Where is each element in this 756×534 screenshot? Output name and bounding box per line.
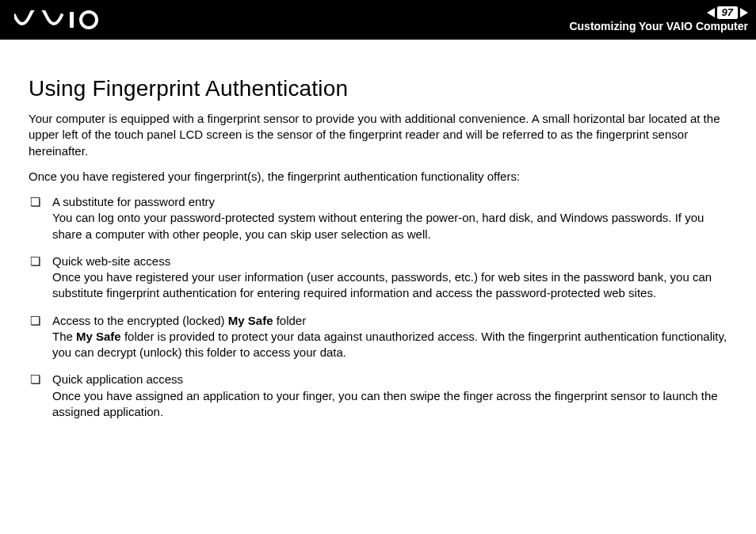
list-item: Quick web-site access Once you have regi… bbox=[29, 254, 727, 302]
item-body: Once you have assigned an application to… bbox=[52, 388, 727, 421]
breadcrumb: Customizing Your VAIO Computer bbox=[569, 20, 748, 32]
prev-page-arrow-icon[interactable] bbox=[707, 8, 715, 17]
item-body: Once you have registered your user infor… bbox=[52, 269, 727, 302]
list-item: Access to the encrypted (locked) My Safe… bbox=[29, 313, 727, 361]
header-right: 97 Customizing Your VAIO Computer bbox=[569, 6, 748, 32]
item-title: Quick application access bbox=[52, 372, 183, 386]
item-title: Access to the encrypted (locked) My Safe… bbox=[52, 314, 306, 327]
svg-point-1 bbox=[81, 12, 97, 28]
page-title: Using Fingerprint Authentication bbox=[29, 76, 727, 101]
item-body: You can log onto your password-protected… bbox=[52, 210, 727, 242]
page-content: Using Fingerprint Authentication Your co… bbox=[0, 40, 756, 447]
vaio-logo-icon bbox=[14, 10, 101, 29]
list-item: Quick application access Once you have a… bbox=[29, 372, 727, 420]
item-body: The My Safe folder is provided to protec… bbox=[52, 329, 727, 361]
next-page-arrow-icon[interactable] bbox=[740, 8, 748, 17]
page-nav: 97 bbox=[707, 6, 748, 19]
item-title: A substitute for password entry bbox=[52, 195, 215, 208]
intro-paragraph-2: Once you have registered your fingerprin… bbox=[29, 169, 727, 185]
list-item: A substitute for password entry You can … bbox=[29, 194, 727, 242]
page-number-badge: 97 bbox=[717, 6, 738, 19]
header-bar: 97 Customizing Your VAIO Computer bbox=[0, 0, 756, 40]
svg-rect-0 bbox=[70, 12, 74, 28]
feature-list: A substitute for password entry You can … bbox=[29, 194, 727, 420]
intro-paragraph-1: Your computer is equipped with a fingerp… bbox=[29, 111, 727, 159]
item-title: Quick web-site access bbox=[52, 254, 170, 268]
